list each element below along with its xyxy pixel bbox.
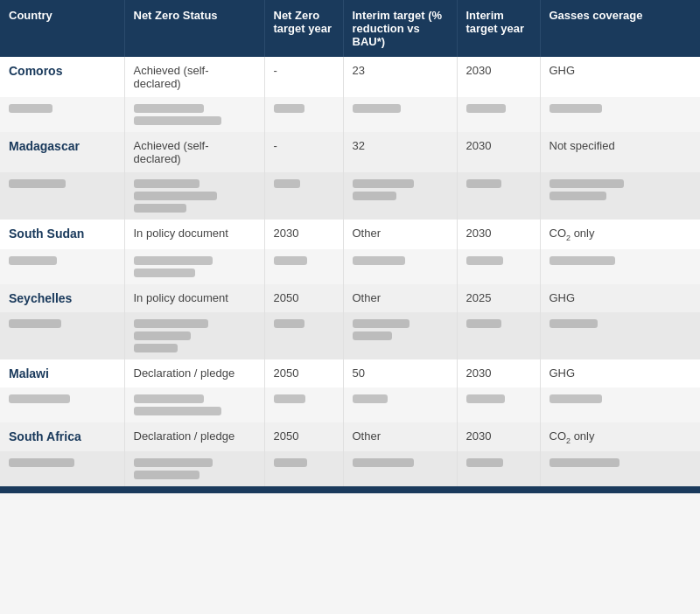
header-nz-year: Net Zero target year (264, 0, 343, 57)
cell-country: Madagascar (0, 132, 124, 172)
country-name: South Sudan (9, 227, 84, 241)
skeleton-bar (353, 104, 401, 113)
table-row: MalawiDeclaration / pledge2050502030GHG (0, 359, 700, 387)
skeleton-cell-gasses (540, 172, 700, 220)
skeleton-cell-nz_year (264, 172, 343, 220)
cell-interim-target: 32 (343, 132, 457, 172)
skeleton-bar (134, 394, 204, 403)
skeleton-cell-interim_year (457, 249, 540, 284)
cell-interim-year: 2030 (457, 422, 540, 452)
skeleton-bar (353, 192, 396, 200)
country-name: Seychelles (9, 291, 72, 305)
skeleton-bar (550, 179, 624, 188)
cell-country: Seychelles (0, 284, 124, 312)
cell-gasses: CO2 only (540, 422, 700, 452)
cell-gasses: Not specified (540, 132, 700, 172)
cell-nz-year: 2050 (264, 359, 343, 387)
cell-gasses: GHG (540, 284, 700, 312)
skeleton-cell-country (0, 97, 124, 132)
skeleton-cell-interim_target (343, 312, 457, 359)
skeleton-cell-gasses (540, 312, 700, 359)
cell-interim-year: 2025 (457, 284, 540, 312)
skeleton-cell-country (0, 312, 124, 359)
skeleton-bar (466, 179, 501, 188)
cell-country: Malawi (0, 359, 124, 387)
skeleton-bar (274, 319, 304, 328)
cell-country: Comoros (0, 57, 124, 97)
skeleton-bar (134, 104, 204, 113)
skeleton-bar (550, 104, 602, 113)
skeleton-cell-country (0, 172, 124, 220)
skeleton-cell-interim_target (343, 451, 457, 486)
skeleton-bar (134, 116, 221, 125)
data-table: Country Net Zero Status Net Zero target … (0, 0, 700, 493)
skeleton-cell-status (124, 172, 264, 220)
skeleton-cell-country (0, 249, 124, 284)
cell-interim-year: 2030 (457, 359, 540, 387)
skeleton-bar (134, 179, 200, 188)
country-name: Malawi (9, 366, 49, 380)
skeleton-cell-status (124, 97, 264, 132)
cell-interim-target: 50 (343, 359, 457, 387)
skeleton-bar (274, 458, 307, 467)
skeleton-bar (466, 458, 503, 467)
cell-nz-year: 2030 (264, 220, 343, 249)
cell-gasses: GHG (540, 57, 700, 97)
skeleton-bar (9, 319, 61, 328)
skeleton-bar (9, 458, 74, 467)
skeleton-bar (134, 471, 200, 479)
cell-interim-year: 2030 (457, 132, 540, 172)
header-interim-year: Interim target year (457, 0, 540, 57)
skeleton-bar (466, 104, 506, 113)
skeleton-bar (274, 256, 307, 265)
skeleton-cell-interim_target (343, 172, 457, 220)
skeleton-cell-status (124, 312, 264, 359)
cell-country: South Africa (0, 422, 124, 452)
skeleton-bar (134, 458, 213, 467)
cell-interim-target: Other (343, 284, 457, 312)
skeleton-cell-country (0, 387, 124, 422)
skeleton-bar (550, 458, 620, 467)
skeleton-cell-gasses (540, 451, 700, 486)
skeleton-bar (134, 192, 217, 200)
skeleton-bar (353, 331, 392, 340)
header-status: Net Zero Status (124, 0, 264, 57)
country-name: Comoros (9, 64, 62, 78)
cell-gasses: GHG (540, 359, 700, 387)
skeleton-bar (353, 458, 414, 467)
skeleton-cell-interim_year (457, 312, 540, 359)
country-name: South Africa (9, 429, 81, 443)
cell-interim-target: Other (343, 422, 457, 452)
skeleton-bar (550, 394, 602, 403)
skeleton-cell-interim_year (457, 172, 540, 220)
skeleton-cell-interim_target (343, 387, 457, 422)
skeleton-row (0, 172, 700, 220)
cell-status: Declaration / pledge (124, 422, 264, 452)
skeleton-cell-gasses (540, 249, 700, 284)
skeleton-row (0, 312, 700, 359)
skeleton-cell-nz_year (264, 249, 343, 284)
skeleton-row (0, 97, 700, 132)
skeleton-bar (134, 256, 213, 265)
skeleton-bar (353, 319, 410, 328)
skeleton-cell-interim_year (457, 451, 540, 486)
country-name: Madagascar (9, 139, 80, 153)
cell-country: South Sudan (0, 220, 124, 249)
skeleton-cell-nz_year (264, 387, 343, 422)
skeleton-bar (274, 394, 305, 403)
cell-nz-year: 2050 (264, 284, 343, 312)
skeleton-bar (134, 344, 178, 352)
table-row: South AfricaDeclaration / pledge2050Othe… (0, 422, 700, 452)
skeleton-cell-interim_year (457, 387, 540, 422)
header-interim-target: Interim target (% reduction vs BAU*) (343, 0, 457, 57)
skeleton-cell-status (124, 387, 264, 422)
skeleton-bar (353, 179, 414, 188)
skeleton-bar (134, 331, 191, 340)
skeleton-bar (466, 319, 501, 328)
skeleton-bar (466, 394, 505, 403)
cell-interim-year: 2030 (457, 57, 540, 97)
cell-status: In policy document (124, 284, 264, 312)
cell-interim-target: 23 (343, 57, 457, 97)
cell-status: In policy document (124, 220, 264, 249)
skeleton-bar (9, 179, 66, 188)
